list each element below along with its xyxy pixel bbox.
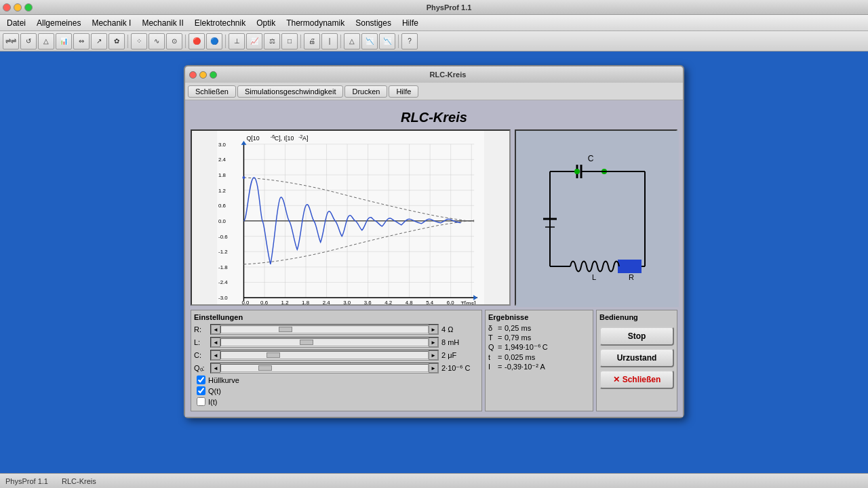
btn-simgeschw[interactable]: Simulationsgeschwindigkeit (237, 85, 344, 98)
slider-l-left[interactable]: ◄ (211, 338, 220, 347)
slider-q0-right[interactable]: ► (429, 363, 438, 373)
toolbar-btn-12[interactable]: 🔵 (206, 33, 222, 49)
slider-c-right[interactable]: ► (429, 350, 438, 360)
menu-sonstiges[interactable]: Sonstiges (350, 17, 397, 29)
btn-hilfe[interactable]: Hilfe (389, 85, 418, 98)
slider-r[interactable]: ◄ ► (210, 324, 439, 335)
slider-l[interactable]: ◄ ► (210, 337, 439, 348)
app-close-btn[interactable] (189, 71, 197, 79)
svg-text:2.4: 2.4 (218, 157, 226, 163)
maximize-btn[interactable] (24, 3, 33, 12)
menu-thermodynamik[interactable]: Thermodynamik (281, 17, 350, 29)
checkbox-hullkurve[interactable] (197, 375, 205, 384)
app-window-controls[interactable] (189, 71, 217, 79)
toolbar-btn-10[interactable]: ⊙ (166, 33, 182, 49)
stop-button[interactable]: Stop (599, 327, 674, 346)
result-label-T: T (488, 333, 498, 342)
control-panel: Bedienung Stop Urzustand ✕ Schließen (596, 310, 677, 411)
graph-svg: Q[10 -6 C], I[10 -2 A] T[ms] 3.0 2.4 1.8 (192, 131, 509, 304)
value-c: 2 μF (441, 351, 479, 359)
checkbox-row-hullkurve: Hüllkurve (197, 375, 479, 384)
result-label-delta: δ (488, 324, 498, 332)
slider-r-right[interactable]: ► (429, 325, 438, 334)
app-close-button[interactable]: ✕ Schließen (599, 370, 674, 389)
menu-datei[interactable]: Datei (1, 17, 31, 29)
toolbar-btn-16[interactable]: □ (281, 33, 298, 49)
toolbar-btn-8[interactable]: ⁘ (131, 33, 147, 49)
result-label-I: I (488, 363, 498, 371)
slider-c-left[interactable]: ◄ (211, 350, 220, 360)
slider-r-left[interactable]: ◄ (211, 325, 220, 334)
toolbar-btn-7[interactable]: ✿ (108, 33, 125, 49)
upper-section: Q[10 -6 C], I[10 -2 A] T[ms] 3.0 2.4 1.8 (191, 129, 677, 306)
svg-rect-0 (217, 131, 484, 304)
svg-rect-68 (618, 260, 642, 273)
app-max-btn[interactable] (210, 71, 217, 79)
btn-drucken[interactable]: Drucken (344, 85, 387, 98)
close-btn-titlebar[interactable] (3, 3, 11, 12)
menu-allgemeines[interactable]: Allgemeines (31, 17, 86, 29)
svg-text:-1.2: -1.2 (218, 249, 228, 255)
btn-schliessen[interactable]: Schließen (188, 85, 236, 98)
menu-mechanik1[interactable]: Mechanik I (86, 17, 136, 29)
toolbar-btn-11[interactable]: 🔴 (189, 33, 205, 49)
svg-text:R: R (629, 273, 634, 281)
toolbar-btn-5[interactable]: ⇔ (73, 33, 90, 49)
checkbox-it[interactable] (197, 397, 205, 406)
toolbar-btn-17[interactable]: 🖨 (304, 33, 320, 49)
menu-mechanik2[interactable]: Mechanik II (136, 17, 189, 29)
svg-text:-1.8: -1.8 (218, 264, 228, 270)
slider-c[interactable]: ◄ ► (210, 350, 439, 361)
window-title: PhysProf 1.1 (33, 3, 865, 12)
toolbar-btn-13[interactable]: ⊥ (229, 33, 245, 49)
result-value-I: -0,39·10⁻² A (505, 363, 545, 371)
slider-q0-left[interactable]: ◄ (211, 363, 220, 373)
toolbar-btn-21[interactable]: 📉 (379, 33, 395, 49)
toolbar-btn-20[interactable]: 📉 (361, 33, 378, 49)
toolbar-btn-4[interactable]: 📊 (56, 33, 72, 49)
toolbar-btn-2[interactable]: ↺ (20, 33, 37, 49)
result-row-delta: δ = 0,25 ms (488, 324, 590, 332)
label-c: C: (194, 351, 208, 359)
circuit-svg: C (516, 131, 679, 307)
minimize-btn[interactable] (14, 3, 22, 12)
slider-c-track[interactable] (220, 351, 429, 359)
toolbar-btn-22[interactable]: ? (401, 33, 418, 49)
toolbar-btn-15[interactable]: ⚖ (264, 33, 280, 49)
toolbar-btn-19[interactable]: △ (344, 33, 360, 49)
menu-elektrotechnik[interactable]: Elektrotechnik (189, 17, 251, 29)
toolbar-btn-3[interactable]: △ (38, 33, 54, 49)
toolbar-sep-4 (300, 35, 301, 48)
results-title: Ergebnisse (488, 313, 590, 321)
toolbar-btn-18[interactable]: | (321, 33, 338, 49)
checkbox-qt[interactable] (197, 386, 205, 395)
toolbar-sep-2 (185, 35, 186, 48)
toolbar-btn-14[interactable]: 📈 (246, 33, 262, 49)
menu-optik[interactable]: Optik (251, 17, 281, 29)
setting-row-l: L: ◄ ► 8 mH (194, 337, 479, 348)
toolbar-btn-1[interactable]: ⇌⇌ (3, 33, 19, 49)
slider-r-track[interactable] (220, 325, 429, 333)
result-value-t: 0,025 ms (505, 353, 535, 361)
toolbar-btn-9[interactable]: ∿ (149, 33, 165, 49)
app-min-btn[interactable] (199, 71, 207, 79)
slider-q0-track[interactable] (220, 364, 429, 372)
label-hullkurve: Hüllkurve (208, 376, 239, 384)
slider-l-right[interactable]: ► (429, 338, 438, 347)
result-row-t: t = 0,025 ms (488, 353, 590, 361)
toolbar-sep-5 (340, 35, 341, 48)
slider-l-track[interactable] (220, 338, 429, 346)
svg-text:0.0: 0.0 (242, 300, 250, 304)
svg-text:0.6: 0.6 (218, 203, 226, 209)
app-window-title: RLC-Kreis (217, 70, 679, 79)
app-toolbar: Schließen Simulationsgeschwindigkeit Dru… (185, 83, 683, 100)
slider-q0[interactable]: ◄ ► (210, 363, 439, 373)
reset-button[interactable]: Urzustand (599, 348, 674, 367)
value-r: 4 Ω (441, 325, 479, 333)
window-controls[interactable] (3, 3, 33, 12)
menu-hilfe[interactable]: Hilfe (397, 17, 424, 29)
status-app: PhysProf 1.1 (5, 477, 48, 485)
graph-area: Q[10 -6 C], I[10 -2 A] T[ms] 3.0 2.4 1.8 (191, 129, 511, 306)
toolbar-btn-6[interactable]: ↗ (91, 33, 107, 49)
svg-text:6.0: 6.0 (447, 300, 455, 304)
